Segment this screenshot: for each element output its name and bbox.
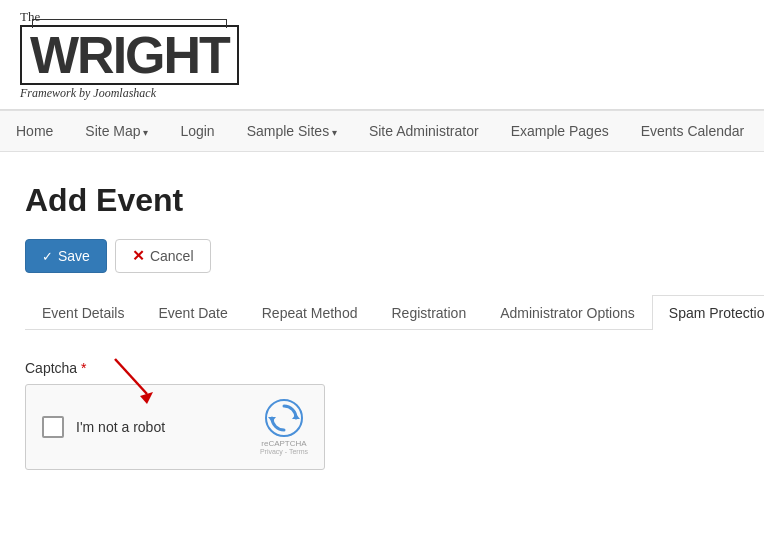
recaptcha-brand: reCAPTCHA xyxy=(261,439,306,448)
nav-item-home[interactable]: Home xyxy=(0,111,69,151)
captcha-left: I'm not a robot xyxy=(42,416,165,438)
tab-event-date[interactable]: Event Date xyxy=(141,295,244,330)
nav-item-login[interactable]: Login xyxy=(164,111,230,151)
nav-link-example-pages[interactable]: Example Pages xyxy=(495,111,625,151)
cancel-button[interactable]: ✕ Cancel xyxy=(115,239,211,273)
captcha-arrow-container: I'm not a robot reCAPTCHA Privacy - Term… xyxy=(25,384,325,470)
tab-registration[interactable]: Registration xyxy=(374,295,483,330)
nav-item-example-pages[interactable]: Example Pages xyxy=(495,111,625,151)
captcha-widget[interactable]: I'm not a robot reCAPTCHA Privacy - Term… xyxy=(25,384,325,470)
captcha-checkbox[interactable] xyxy=(42,416,64,438)
recaptcha-links: Privacy - Terms xyxy=(260,448,308,455)
spam-protection-content: Captcha * I'm not a robot xyxy=(25,350,739,480)
nav-link-home[interactable]: Home xyxy=(0,111,69,151)
captcha-not-robot-label: I'm not a robot xyxy=(76,419,165,435)
nav-link-login[interactable]: Login xyxy=(164,111,230,151)
svg-marker-3 xyxy=(292,414,300,419)
svg-marker-4 xyxy=(268,417,276,422)
nav-link-events-calendar[interactable]: Events Calendar xyxy=(625,111,761,151)
save-label: Save xyxy=(58,248,90,264)
logo-wright: WRIGHT xyxy=(20,25,239,85)
toolbar: ✓ Save ✕ Cancel xyxy=(25,239,739,273)
logo-framework: Framework by Joomlashack xyxy=(20,87,239,99)
nav-item-events-calendar[interactable]: Events Calendar xyxy=(625,111,761,151)
captcha-right: reCAPTCHA Privacy - Terms xyxy=(260,399,308,455)
main-nav: Home Site Map Login Sample Sites Site Ad… xyxy=(0,110,764,152)
check-icon: ✓ xyxy=(42,249,53,264)
tab-event-details[interactable]: Event Details xyxy=(25,295,141,330)
page-title: Add Event xyxy=(25,182,739,219)
tab-spam-protection[interactable]: Spam Protection xyxy=(652,295,764,330)
content-area: Add Event ✓ Save ✕ Cancel Event Details … xyxy=(0,152,764,510)
nav-link-sample-sites[interactable]: Sample Sites xyxy=(231,111,353,151)
nav-item-sample-sites[interactable]: Sample Sites xyxy=(231,111,353,151)
recaptcha-logo-icon xyxy=(265,399,303,437)
tab-repeat-method[interactable]: Repeat Method xyxy=(245,295,375,330)
save-button[interactable]: ✓ Save xyxy=(25,239,107,273)
nav-item-sitemap[interactable]: Site Map xyxy=(69,111,164,151)
required-star: * xyxy=(81,360,86,376)
captcha-field-label: Captcha * xyxy=(25,360,739,376)
tab-administrator-options[interactable]: Administrator Options xyxy=(483,295,652,330)
nav-item-site-administrator[interactable]: Site Administrator xyxy=(353,111,495,151)
cancel-label: Cancel xyxy=(150,248,194,264)
nav-link-site-administrator[interactable]: Site Administrator xyxy=(353,111,495,151)
logo-area: The WRIGHT Framework by Joomlashack xyxy=(0,0,764,110)
nav-link-sitemap[interactable]: Site Map xyxy=(69,111,164,151)
x-icon: ✕ xyxy=(132,247,145,265)
tab-bar: Event Details Event Date Repeat Method R… xyxy=(25,295,739,330)
